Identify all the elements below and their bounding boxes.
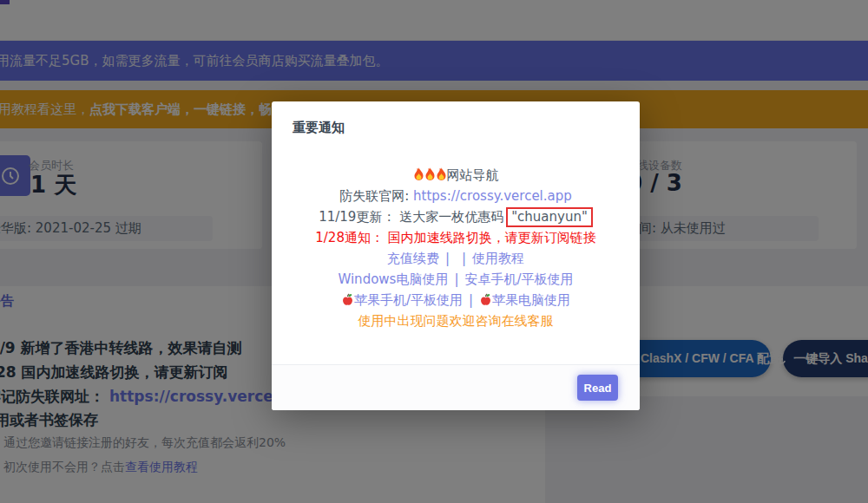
dashboard-page: 可用流量不足5GB，如需更多流量，可前往会员商店购买流量叠加包。 使用教程看这里… — [0, 0, 868, 503]
pipe-separator: | — [462, 251, 466, 266]
modal-footer: Read — [272, 364, 640, 410]
nav-line: 网站导航 — [272, 165, 640, 186]
pipe-separator: | — [454, 271, 458, 287]
coupon-code: "chuanyun" — [506, 207, 593, 227]
fire-icon — [413, 167, 424, 187]
windows-guide-link[interactable]: Windows电脑使用 — [338, 271, 448, 287]
backup-site-link[interactable]: https://crossy.vercel.app — [413, 188, 572, 204]
site-line: 防失联官网: https://crossy.vercel.app — [272, 186, 640, 206]
coupon-line: 11/19更新： 送大家一枚优惠码"chuanyun" — [272, 206, 640, 227]
android-guide-link[interactable]: 安卓手机/平板使用 — [464, 271, 573, 287]
recharge-link[interactable]: 充值续费 — [387, 251, 439, 266]
links-row-1: 充值续费||使用教程 — [272, 248, 640, 269]
coupon-prefix: 11/19更新： 送大家一枚优惠码 — [319, 209, 503, 225]
fire-icon — [424, 167, 436, 187]
modal-body: 网站导航 防失联官网: https://crossy.vercel.app 11… — [272, 165, 640, 331]
links-row-3: 苹果手机/平板使用|苹果电脑使用 — [272, 290, 640, 310]
nav-text: 网站导航 — [447, 167, 499, 183]
pipe-separator: | — [445, 251, 450, 266]
tutorial-link-modal[interactable]: 使用教程 — [472, 251, 524, 266]
read-button[interactable]: Read — [577, 375, 618, 401]
pipe-separator: | — [469, 292, 473, 308]
apple-icon — [479, 291, 492, 312]
mac-guide-link[interactable]: 苹果电脑使用 — [492, 292, 570, 308]
support-line: 使用中出现问题欢迎咨询在线客服 — [272, 310, 640, 331]
notice-red-line: 1/28通知： 国内加速线路切换，请更新订阅链接 — [272, 227, 640, 248]
apple-icon — [341, 291, 354, 312]
links-row-2: Windows电脑使用|安卓手机/平板使用 — [272, 269, 640, 290]
fire-icon — [436, 167, 447, 187]
notice-modal: 重要通知 网站导航 防失联官网: https://crossy.vercel.a… — [272, 101, 640, 410]
modal-title: 重要通知 — [293, 120, 345, 136]
ios-guide-link[interactable]: 苹果手机/平板使用 — [354, 292, 463, 308]
site-prefix: 防失联官网: — [339, 188, 413, 204]
